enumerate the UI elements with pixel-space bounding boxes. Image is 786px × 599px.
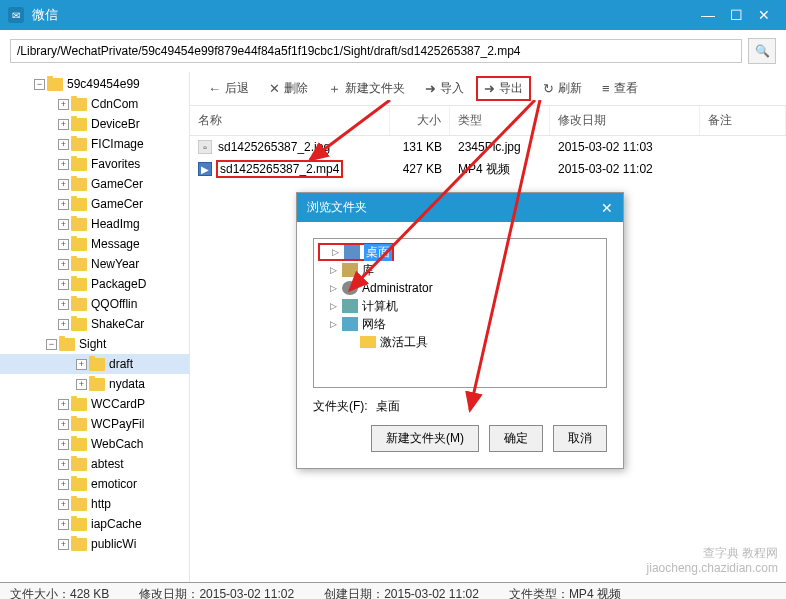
search-button[interactable]: 🔍 xyxy=(748,38,776,64)
expand-icon[interactable]: ▷ xyxy=(328,265,338,275)
tree-node[interactable]: + FICImage xyxy=(0,134,189,154)
delete-button[interactable]: ✕删除 xyxy=(261,76,316,101)
dialog-tree-node[interactable]: ▷ 计算机 xyxy=(318,297,602,315)
dialog-cancel-button[interactable]: 取消 xyxy=(553,425,607,452)
col-size[interactable]: 大小 xyxy=(390,106,450,135)
col-name[interactable]: 名称 xyxy=(190,106,390,135)
expand-icon[interactable]: + xyxy=(76,379,87,390)
tree-node[interactable]: + WCCardP xyxy=(0,394,189,414)
close-button[interactable]: ✕ xyxy=(750,0,778,30)
expand-icon[interactable]: + xyxy=(58,319,69,330)
tree-node[interactable]: + WCPayFil xyxy=(0,414,189,434)
tree-node[interactable]: + abtest xyxy=(0,454,189,474)
file-date: 2015-03-02 11:03 xyxy=(550,138,700,156)
expand-icon[interactable]: ▷ xyxy=(328,319,338,329)
tree-node[interactable]: + Message xyxy=(0,234,189,254)
tree-node[interactable]: − 59c49454e99 xyxy=(0,74,189,94)
tree-node[interactable]: + QQOfflin xyxy=(0,294,189,314)
expand-icon[interactable]: ▷ xyxy=(328,301,338,311)
path-input[interactable] xyxy=(10,39,742,63)
tree-node[interactable]: + GameCer xyxy=(0,174,189,194)
tree-node[interactable]: + ShakeCar xyxy=(0,314,189,334)
tree-label: WCCardP xyxy=(91,397,145,411)
expand-icon[interactable]: + xyxy=(58,239,69,250)
expand-icon[interactable]: + xyxy=(58,459,69,470)
tree-label: WebCach xyxy=(91,437,143,451)
expand-icon[interactable]: + xyxy=(58,259,69,270)
tree-node[interactable]: + nydata xyxy=(0,374,189,394)
dialog-tree-node[interactable]: ▷ 桌面 xyxy=(318,243,394,261)
expand-icon[interactable]: + xyxy=(58,439,69,450)
path-value[interactable] xyxy=(376,400,607,414)
expand-icon[interactable]: + xyxy=(58,419,69,430)
file-row[interactable]: ▶sd1425265387_2.mp4 427 KB MP4 视频 2015-0… xyxy=(190,158,786,180)
export-button[interactable]: ➜导出 xyxy=(476,76,531,101)
expand-icon[interactable]: ▷ xyxy=(328,283,338,293)
tree-node[interactable]: + emoticor xyxy=(0,474,189,494)
dialog-close-button[interactable]: ✕ xyxy=(601,200,613,216)
tree-node[interactable]: + NewYear xyxy=(0,254,189,274)
expand-icon[interactable]: + xyxy=(58,139,69,150)
tree-label: FICImage xyxy=(91,137,144,151)
tree-node[interactable]: − Sight xyxy=(0,334,189,354)
dialog-tree-node[interactable]: 激活工具 xyxy=(318,333,602,351)
file-row[interactable]: ▫sd1425265387_2.jpg 131 KB 2345Pic.jpg 2… xyxy=(190,136,786,158)
import-button[interactable]: ➜导入 xyxy=(417,76,472,101)
expand-icon[interactable]: + xyxy=(58,179,69,190)
dialog-tree-node[interactable]: ▷ 网络 xyxy=(318,315,602,333)
expand-icon[interactable]: + xyxy=(58,279,69,290)
dialog-newfolder-button[interactable]: 新建文件夹(M) xyxy=(371,425,479,452)
back-button[interactable]: ←后退 xyxy=(200,76,257,101)
tree-node[interactable]: + WebCach xyxy=(0,434,189,454)
expand-icon[interactable]: ▷ xyxy=(330,247,340,257)
expand-icon[interactable]: + xyxy=(58,219,69,230)
tree-node[interactable]: + CdnCom xyxy=(0,94,189,114)
expand-icon[interactable]: + xyxy=(76,359,87,370)
expand-icon[interactable]: + xyxy=(58,479,69,490)
newfolder-button[interactable]: ＋新建文件夹 xyxy=(320,76,413,102)
x-icon: ✕ xyxy=(269,81,280,96)
maximize-button[interactable]: ☐ xyxy=(722,0,750,30)
folder-icon xyxy=(71,478,87,491)
refresh-button[interactable]: ↻刷新 xyxy=(535,76,590,101)
folder-icon xyxy=(71,138,87,151)
dialog-tree-node[interactable]: ▷ 库 xyxy=(318,261,602,279)
expand-icon[interactable]: − xyxy=(34,79,45,90)
col-type[interactable]: 类型 xyxy=(450,106,550,135)
expand-icon[interactable]: + xyxy=(58,199,69,210)
list-header[interactable]: 名称 大小 类型 修改日期 备注 xyxy=(190,106,786,136)
folder-tree[interactable]: − 59c49454e99 + CdnCom + DeviceBr + FICI… xyxy=(0,72,190,582)
dialog-folder-tree[interactable]: ▷ 桌面 ▷ 库 ▷ Administrator ▷ 计算机 ▷ 网络 激活工具 xyxy=(313,238,607,388)
dialog-tree-node[interactable]: ▷ Administrator xyxy=(318,279,602,297)
expand-icon[interactable]: + xyxy=(58,99,69,110)
tree-node[interactable]: + draft xyxy=(0,354,189,374)
view-button[interactable]: ≡查看 xyxy=(594,76,646,101)
expand-icon[interactable]: + xyxy=(58,539,69,550)
tree-node[interactable]: + DeviceBr xyxy=(0,114,189,134)
expand-icon[interactable]: + xyxy=(58,399,69,410)
tree-node[interactable]: + iapCache xyxy=(0,514,189,534)
dialog-titlebar: 浏览文件夹 ✕ xyxy=(297,193,623,222)
tree-node[interactable]: + publicWi xyxy=(0,534,189,554)
tree-node[interactable]: + PackageD xyxy=(0,274,189,294)
search-icon: 🔍 xyxy=(755,44,770,58)
expand-icon[interactable]: − xyxy=(46,339,57,350)
list-icon: ≡ xyxy=(602,81,610,96)
expand-icon[interactable]: + xyxy=(58,159,69,170)
tree-node[interactable]: + GameCer xyxy=(0,194,189,214)
folder-icon xyxy=(71,438,87,451)
col-date[interactable]: 修改日期 xyxy=(550,106,700,135)
col-note[interactable]: 备注 xyxy=(700,106,786,135)
tree-node[interactable]: + http xyxy=(0,494,189,514)
tree-label: Message xyxy=(91,237,140,251)
tree-node[interactable]: + HeadImg xyxy=(0,214,189,234)
minimize-button[interactable]: — xyxy=(694,0,722,30)
tree-node[interactable]: + Favorites xyxy=(0,154,189,174)
expand-icon[interactable]: + xyxy=(58,119,69,130)
expand-icon[interactable]: + xyxy=(58,299,69,310)
tree-label: Sight xyxy=(79,337,106,351)
expand-icon[interactable]: + xyxy=(58,519,69,530)
dialog-tree-label: 网络 xyxy=(362,316,386,333)
expand-icon[interactable]: + xyxy=(58,499,69,510)
dialog-ok-button[interactable]: 确定 xyxy=(489,425,543,452)
